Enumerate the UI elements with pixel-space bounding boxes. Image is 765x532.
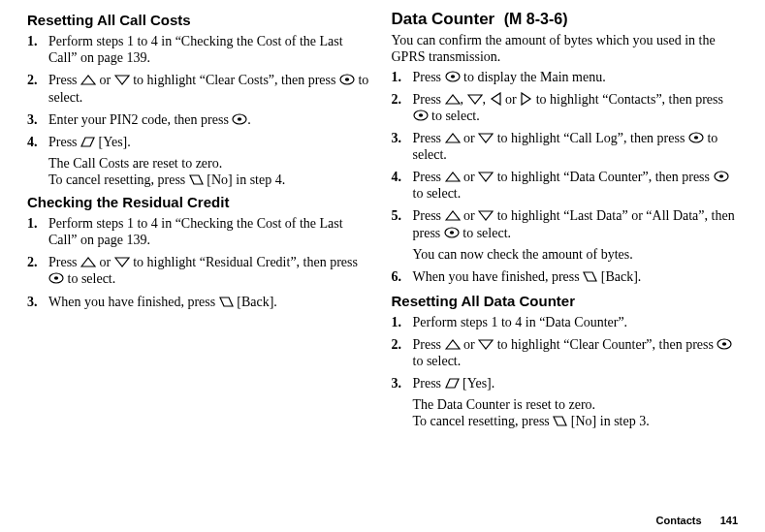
- step-item: 1. Press to display the Main menu.: [413, 69, 739, 85]
- step-text: [Back].: [597, 269, 641, 284]
- center-key-icon: [717, 337, 732, 351]
- step-text: ,: [461, 92, 467, 107]
- step-text: Perform steps 1 to 4 in “Checking the Co…: [48, 34, 343, 65]
- step-text: or: [461, 337, 479, 352]
- step-item: 1. Perform steps 1 to 4 in “Checking the…: [48, 33, 374, 66]
- up-key-icon: [80, 256, 96, 268]
- footer-page-number: 141: [720, 515, 738, 526]
- step-text: to highlight “Contacts”, then press: [532, 92, 723, 107]
- page-footer: Contacts 141: [656, 515, 738, 526]
- center-key-icon: [339, 73, 355, 86]
- note-text: The Call Costs are reset to zero. To can…: [48, 155, 374, 188]
- step-number: 2.: [392, 91, 402, 108]
- note-line: The Data Counter is reset to zero.: [413, 397, 596, 412]
- step-text: Enter your PIN2 code, then press: [48, 112, 232, 127]
- note-text: You can now check the amount of bytes.: [413, 246, 739, 263]
- step-item: 3. When you have finished, press [Back].: [48, 294, 374, 310]
- step-number: 3.: [392, 130, 402, 146]
- center-key-icon: [48, 271, 64, 285]
- step-text: to select.: [64, 271, 115, 286]
- step-text: Press: [413, 208, 445, 223]
- center-key-icon: [714, 170, 729, 183]
- step-text: Perform steps 1 to 4 in “Checking the Co…: [48, 216, 343, 247]
- step-number: 2.: [27, 72, 38, 88]
- center-key-icon: [444, 226, 460, 239]
- step-text: to highlight “Data Counter”, then press: [494, 170, 713, 184]
- step-text: or: [96, 73, 114, 87]
- step-text: Press: [413, 337, 445, 352]
- step-text: to select.: [413, 186, 462, 201]
- step-item: 4. Press [Yes].: [48, 134, 374, 150]
- steps-resetting-data-counter: 1. Perform steps 1 to 4 in “Data Counter…: [392, 314, 739, 391]
- right-column: Data Counter (M 8-3-6) You can confirm t…: [392, 10, 739, 436]
- step-text: to highlight “Clear Costs”, then press: [130, 73, 339, 87]
- step-text: or: [461, 131, 479, 145]
- note-line: To cancel resetting, press: [48, 172, 189, 187]
- step-item: 2. Press , , or to highlight “Contacts”,…: [413, 91, 739, 124]
- up-key-icon: [445, 171, 461, 183]
- steps-data-counter: 1. Press to display the Main menu. 2. Pr…: [392, 69, 739, 241]
- step-text: .: [247, 112, 251, 127]
- step-item: 5. Press or to highlight “Last Data” or …: [413, 207, 739, 240]
- step-item: 6. When you have finished, press [Back].: [413, 268, 739, 285]
- right-softkey-icon: [219, 296, 234, 308]
- heading-data-counter-row: Data Counter (M 8-3-6): [392, 10, 739, 30]
- step-number: 1.: [27, 215, 38, 232]
- note-text: The Data Counter is reset to zero. To ca…: [413, 396, 739, 429]
- step-text: ,: [483, 92, 490, 107]
- right-key-icon: [520, 92, 532, 106]
- step-number: 2.: [27, 254, 38, 270]
- step-text: Press: [413, 70, 445, 84]
- step-number: 3.: [27, 111, 38, 128]
- down-key-icon: [478, 132, 494, 144]
- step-number: 5.: [392, 207, 402, 224]
- step-number: 2.: [392, 336, 402, 353]
- right-softkey-icon: [189, 173, 204, 186]
- step-number: 3.: [27, 294, 38, 310]
- down-key-icon: [478, 171, 494, 183]
- right-softkey-icon: [553, 415, 567, 427]
- step-number: 1.: [27, 33, 38, 49]
- step-text: or: [96, 255, 114, 269]
- down-key-icon: [478, 338, 494, 351]
- step-text: Perform steps 1 to 4 in “Data Counter”.: [413, 315, 628, 329]
- step-text: Press: [413, 376, 445, 391]
- step-number: 1.: [392, 314, 402, 330]
- step-item: 3. Press [Yes].: [413, 375, 739, 391]
- step-number: 4.: [392, 169, 402, 185]
- step-item: 2. Press or to highlight “Clear Counter”…: [413, 336, 739, 369]
- heading-resetting-call-costs: Resetting All Call Costs: [27, 12, 374, 29]
- page-columns: Resetting All Call Costs 1. Perform step…: [27, 10, 738, 436]
- step-text: or: [461, 208, 479, 223]
- steps-resetting-call-costs: 1. Perform steps 1 to 4 in “Checking the…: [27, 33, 374, 149]
- step-number: 3.: [392, 375, 402, 391]
- step-text: to highlight “Residual Credit”, then pre…: [130, 255, 358, 269]
- left-softkey-icon: [445, 377, 460, 390]
- footer-section-label: Contacts: [656, 515, 702, 526]
- step-item: 1. Perform steps 1 to 4 in “Checking the…: [48, 215, 374, 248]
- note-line: [No] in step 4.: [204, 172, 285, 187]
- step-text: or: [461, 170, 479, 184]
- steps-residual-credit: 1. Perform steps 1 to 4 in “Checking the…: [27, 215, 374, 309]
- intro-text: You can confirm the amount of bytes whic…: [392, 32, 739, 65]
- step-item: 3. Press or to highlight “Call Log”, the…: [413, 130, 739, 163]
- step-text: Press: [48, 135, 80, 149]
- down-key-icon: [114, 74, 130, 86]
- step-number: 1.: [392, 69, 402, 85]
- step-number: 6.: [392, 268, 402, 285]
- step-item: 3. Enter your PIN2 code, then press .: [48, 111, 374, 128]
- step-text: Press: [48, 73, 80, 87]
- step-item: 2. Press or to highlight “Residual Credi…: [48, 254, 374, 287]
- step-item: 2. Press or to highlight “Clear Costs”, …: [48, 72, 374, 105]
- step-text: Press: [48, 255, 80, 269]
- down-key-icon: [478, 209, 494, 222]
- step-text: or: [502, 92, 521, 107]
- step-text: Press: [413, 92, 445, 107]
- step-item: 1. Perform steps 1 to 4 in “Data Counter…: [413, 314, 739, 330]
- up-key-icon: [445, 209, 461, 222]
- step-text: [Back].: [234, 295, 277, 309]
- step-text: to highlight “Call Log”, then press: [494, 131, 688, 145]
- step-text: to select.: [429, 109, 480, 123]
- heading-data-counter: Data Counter: [392, 10, 495, 28]
- step-text: [Yes].: [95, 135, 131, 149]
